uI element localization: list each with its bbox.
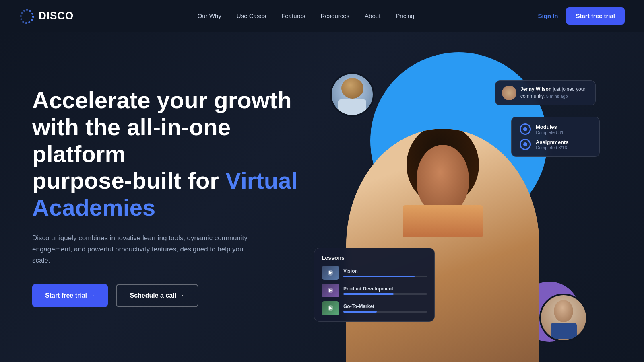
assignments-sub: Completed 8/16	[536, 145, 569, 150]
brand-name: DISCO	[39, 10, 74, 22]
assignments-label: Assignments	[536, 139, 569, 145]
lesson-name-2: Product Development	[343, 286, 427, 292]
svg-point-6	[25, 22, 27, 23]
hero-content: Accelerate your growth with the all-in-o…	[32, 87, 306, 307]
progress-circle-modules	[520, 123, 531, 135]
figure-head	[341, 78, 363, 99]
svg-point-5	[28, 21, 30, 23]
modules-sub: Completed 3/8	[536, 130, 565, 135]
svg-point-8	[20, 18, 22, 20]
lesson-thumb-1	[322, 266, 339, 280]
progress-info-assignments: Assignments Completed 8/16	[536, 139, 569, 150]
svg-point-9	[20, 15, 22, 17]
lesson-bar-fill-1	[343, 276, 415, 277]
svg-point-10	[21, 12, 23, 14]
lesson-row-2: Product Development	[322, 284, 427, 297]
lessons-card: Lessons Vision	[314, 248, 435, 322]
notification-avatar	[502, 86, 516, 100]
svg-point-1	[29, 10, 31, 12]
svg-point-3	[32, 16, 34, 18]
notification-time: 5 mins ago	[546, 94, 568, 99]
svg-point-11	[23, 10, 25, 12]
small-person-1	[330, 72, 374, 117]
hero-illustration: Jenny Wilson just joined your community.…	[306, 32, 612, 362]
progress-item-assignments: Assignments Completed 8/16	[520, 139, 591, 150]
notification-action: just joined your	[553, 86, 586, 92]
hero-buttons: Start free trial → Schedule a call →	[32, 284, 306, 307]
hero-subtext: Disco uniquely combines innovative learn…	[32, 232, 258, 266]
svg-point-4	[31, 19, 33, 21]
figure-body	[338, 99, 366, 115]
nav-links: Our Why Use Cases Features Resources Abo…	[198, 12, 415, 20]
notification-community: community.	[520, 93, 545, 99]
progress-card: Modules Completed 3/8 Assignments Comple…	[511, 117, 600, 157]
lesson-info-1: Vision	[343, 268, 427, 277]
start-trial-nav-button[interactable]: Start free trial	[566, 7, 625, 25]
small-person-2	[539, 294, 588, 342]
progress-item-modules: Modules Completed 3/8	[520, 123, 591, 135]
schedule-call-button[interactable]: Schedule a call →	[116, 284, 198, 307]
svg-point-0	[26, 9, 28, 11]
figure-man	[332, 74, 373, 115]
lesson-info-3: Go-To-Market	[343, 304, 427, 313]
nav-actions: Sign In Start free trial	[538, 7, 625, 25]
hero-headline: Accelerate your growth with the all-in-o…	[32, 87, 306, 221]
headline-highlight: Virtual	[225, 167, 297, 193]
notification-name: Jenny Wilson	[520, 86, 551, 92]
progress-circle-inner-2	[523, 142, 527, 146]
lesson-bar-fill-3	[343, 311, 377, 313]
notification-card: Jenny Wilson just joined your community.…	[495, 80, 596, 105]
svg-point-2	[31, 12, 33, 14]
headline-line3: purpose-built for	[32, 167, 225, 193]
start-trial-hero-button[interactable]: Start free trial →	[32, 284, 108, 307]
lesson-bar-bg-3	[343, 311, 427, 313]
lesson-info-2: Product Development	[343, 286, 427, 295]
lesson-bar-bg-2	[343, 293, 427, 295]
lesson-row-3: Go-To-Market	[322, 301, 427, 315]
main-person-figure	[346, 129, 539, 362]
headline-highlight2: Academies	[32, 194, 155, 220]
lesson-bar-bg-1	[343, 276, 427, 277]
progress-circle-inner	[523, 127, 527, 131]
lesson-thumb-3	[322, 301, 339, 315]
lesson-name-3: Go-To-Market	[343, 304, 427, 309]
logo-link[interactable]: DISCO	[19, 8, 74, 24]
nav-resources[interactable]: Resources	[320, 12, 349, 19]
sign-in-button[interactable]: Sign In	[538, 12, 558, 19]
lessons-title: Lessons	[322, 255, 427, 261]
navbar: DISCO Our Why Use Cases Features Resourc…	[0, 0, 644, 32]
lesson-name-1: Vision	[343, 268, 427, 274]
main-person-body	[346, 129, 539, 362]
progress-info-modules: Modules Completed 3/8	[536, 124, 565, 135]
nav-use-cases[interactable]: Use Cases	[237, 12, 266, 19]
nav-pricing[interactable]: Pricing	[396, 12, 414, 19]
lesson-bar-fill-2	[343, 293, 394, 295]
nav-features[interactable]: Features	[281, 12, 305, 19]
headline-line1: Accelerate your growth	[32, 87, 292, 113]
notification-text: Jenny Wilson just joined your community.…	[520, 86, 585, 100]
svg-point-7	[22, 21, 24, 23]
progress-circle-assignments	[520, 139, 531, 150]
disco-logo-icon	[19, 8, 35, 24]
nav-our-why[interactable]: Our Why	[198, 12, 221, 19]
headline-line2: with the all-in-one platform	[32, 114, 231, 167]
lesson-thumb-2	[322, 284, 339, 297]
hero-section: Accelerate your growth with the all-in-o…	[0, 32, 644, 362]
lesson-row-1: Vision	[322, 266, 427, 280]
modules-label: Modules	[536, 124, 565, 130]
nav-about[interactable]: About	[365, 12, 380, 19]
